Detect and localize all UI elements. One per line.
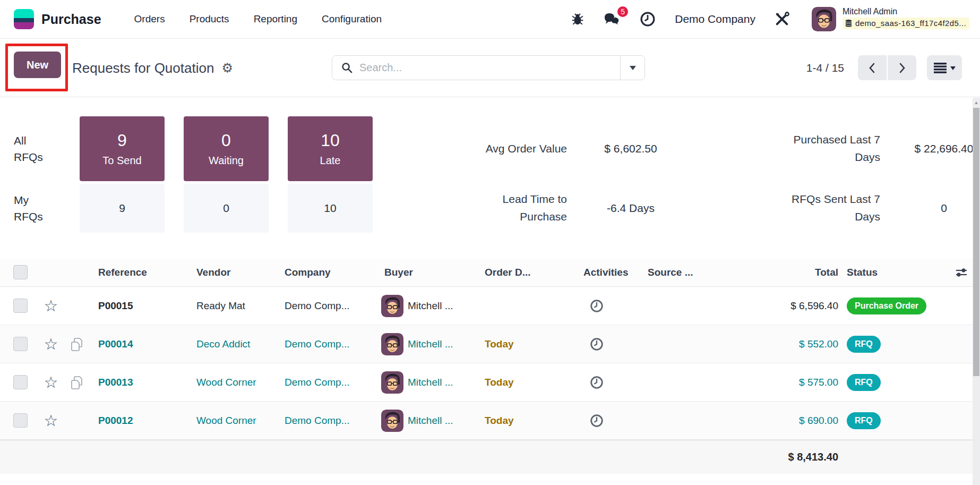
activity-cell[interactable] (576, 414, 645, 428)
total-cell: $ 6,596.40 (711, 300, 841, 312)
table-row[interactable]: ☆ P00014 Deco Addict Demo Comp... Mitche… (0, 325, 980, 363)
user-avatar[interactable] (812, 7, 836, 31)
kpi-card-waiting[interactable]: 0 Waiting (184, 116, 269, 181)
company-cell[interactable]: Demo Comp... (279, 377, 377, 388)
rfqs-sent-last-7-days-value: 0 (880, 184, 980, 233)
row-checkbox[interactable] (13, 413, 28, 428)
main-menu: Orders Products Reporting Configuration (134, 13, 382, 25)
col-source-document[interactable]: Source ... (645, 267, 711, 278)
total-cell: $ 575.00 (711, 377, 841, 388)
list-view-icon (934, 63, 947, 73)
row-checkbox[interactable] (13, 299, 28, 313)
menu-configuration[interactable]: Configuration (322, 13, 382, 25)
vendor-cell[interactable]: Deco Addict (191, 338, 279, 350)
activity-cell[interactable] (576, 376, 645, 389)
chevron-down-icon (630, 66, 636, 73)
vendor-cell[interactable]: Ready Mat (191, 300, 279, 312)
row-checkbox[interactable] (13, 337, 28, 351)
database-badge: demo_saas-163_ff17c4f2d5... (843, 18, 969, 29)
select-all-checkbox[interactable] (13, 265, 28, 279)
activity-cell[interactable] (576, 337, 645, 351)
company-switcher[interactable]: Demo Company (675, 13, 755, 25)
my-waiting-cell[interactable]: 0 (184, 184, 269, 233)
pager-prev-button[interactable] (858, 55, 887, 80)
buyer-avatar (381, 410, 403, 432)
col-activities[interactable]: Activities (576, 267, 645, 278)
reference-cell[interactable]: P00012 (93, 415, 191, 427)
rfq-list: Reference Vendor Company Buyer Order D..… (0, 258, 980, 474)
total-cell: $ 690.00 (711, 415, 841, 427)
activity-cell[interactable] (576, 299, 645, 313)
activity-clock-icon[interactable] (590, 299, 604, 313)
activity-clock-icon[interactable] (590, 414, 604, 428)
kpi-card-to-send[interactable]: 9 To Send (80, 116, 165, 181)
pager-range: 1-4 / 15 (806, 62, 844, 74)
buyer-cell[interactable]: Mitchell ... (377, 371, 478, 394)
my-rfqs-label: My RFQs (14, 184, 51, 233)
messages-icon[interactable]: 5 (604, 12, 621, 27)
reference-cell[interactable]: P00013 (93, 377, 191, 388)
buyer-avatar (381, 295, 403, 317)
favorite-star-icon[interactable]: ☆ (44, 375, 58, 390)
view-switcher-button[interactable] (927, 55, 962, 80)
company-cell[interactable]: Demo Comp... (279, 338, 377, 350)
lead-time-value: -6.4 Days (567, 184, 694, 233)
scrollbar-thumb[interactable] (973, 108, 979, 376)
company-cell[interactable]: Demo Comp... (279, 415, 377, 427)
status-badge: RFQ (847, 336, 881, 353)
scroll-up-arrow-icon[interactable]: ▲ (973, 100, 980, 105)
all-rfqs-label: All RFQs (14, 116, 51, 181)
row-checkbox[interactable] (13, 375, 28, 389)
activities-clock-icon[interactable] (640, 11, 656, 27)
favorite-star-icon[interactable]: ☆ (44, 336, 58, 352)
vendor-cell[interactable]: Wood Corner (191, 377, 279, 388)
purchase-app-icon[interactable] (14, 9, 34, 29)
vertical-scrollbar[interactable]: ▲ (973, 98, 980, 485)
my-late-cell[interactable]: 10 (288, 184, 373, 233)
debug-bug-icon[interactable] (571, 12, 584, 26)
col-buyer[interactable]: Buyer (377, 267, 478, 278)
purchased-last-7-days-label: Purchased Last 7 Days (694, 116, 880, 181)
activity-clock-icon[interactable] (590, 337, 604, 351)
favorite-star-icon[interactable]: ☆ (44, 413, 58, 429)
database-icon (845, 19, 853, 28)
buyer-cell[interactable]: Mitchell ... (377, 333, 478, 355)
menu-reporting[interactable]: Reporting (254, 13, 297, 25)
col-vendor[interactable]: Vendor (191, 267, 279, 278)
favorite-star-icon[interactable]: ☆ (44, 298, 58, 314)
pager-next-button[interactable] (888, 55, 916, 80)
search-input[interactable] (359, 62, 620, 74)
duplicate-icon (69, 375, 83, 390)
buyer-cell[interactable]: Mitchell ... (377, 410, 478, 432)
reference-cell[interactable]: P00015 (93, 300, 191, 312)
tools-icon[interactable] (775, 12, 789, 27)
user-menu[interactable]: Mitchell Admin demo_saas-163_ff17c4f2d5.… (812, 7, 969, 31)
col-status[interactable]: Status (841, 267, 950, 278)
menu-orders[interactable]: Orders (134, 13, 165, 25)
kpi-card-late[interactable]: 10 Late (288, 116, 373, 181)
reference-cell[interactable]: P00014 (93, 338, 191, 350)
search-filters-toggle[interactable] (620, 56, 644, 80)
search-bar (332, 55, 645, 80)
col-company[interactable]: Company (279, 267, 377, 278)
my-to-send-cell[interactable]: 9 (80, 184, 165, 233)
table-row[interactable]: ☆ P00013 Wood Corner Demo Comp... Mitche… (0, 363, 980, 402)
activity-clock-icon[interactable] (590, 376, 604, 389)
vendor-cell[interactable]: Wood Corner (191, 415, 279, 427)
menu-products[interactable]: Products (190, 13, 229, 25)
col-reference[interactable]: Reference (93, 267, 191, 278)
col-order-deadline[interactable]: Order D... (478, 267, 576, 278)
company-cell[interactable]: Demo Comp... (279, 300, 377, 312)
view-settings-gear-icon[interactable]: ⚙ (221, 62, 233, 74)
control-panel: New Requests for Quotation ⚙ 1-4 / 15 (0, 39, 980, 97)
order-deadline-cell[interactable]: Today (478, 377, 576, 388)
col-total[interactable]: Total (711, 267, 841, 278)
order-deadline-cell[interactable]: Today (478, 338, 576, 350)
optional-columns-icon[interactable] (950, 267, 973, 278)
app-name[interactable]: Purchase (41, 12, 101, 27)
buyer-cell[interactable]: Mitchell ... (377, 295, 478, 317)
order-deadline-cell[interactable]: Today (478, 415, 576, 427)
table-row[interactable]: ☆ P00015 Ready Mat Demo Comp... Mitchell… (0, 287, 980, 325)
table-row[interactable]: ☆ P00012 Wood Corner Demo Comp... Mitche… (0, 402, 980, 440)
new-button[interactable]: New (14, 52, 61, 78)
